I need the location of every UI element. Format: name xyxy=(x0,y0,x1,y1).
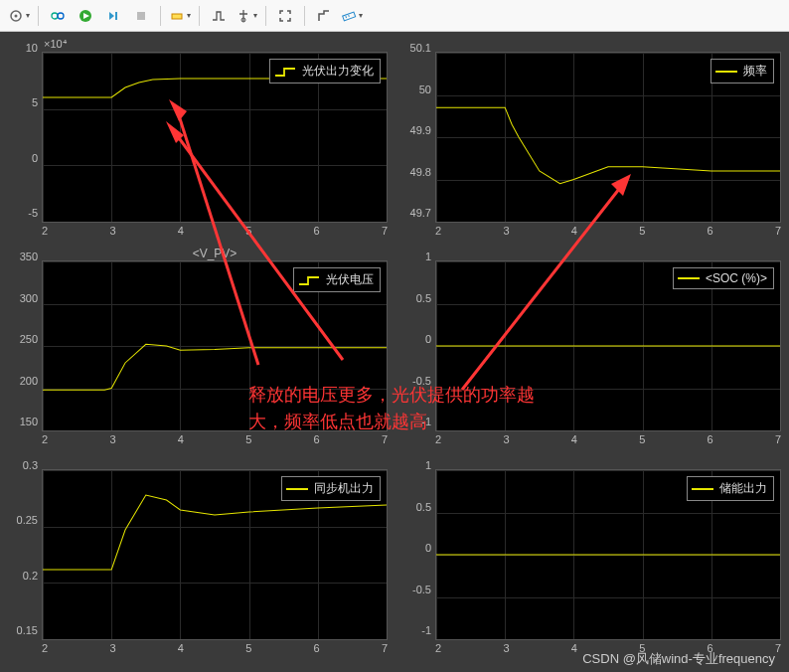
xtick: 7 xyxy=(382,225,388,237)
layout-icon[interactable] xyxy=(45,4,71,28)
xtick: 4 xyxy=(178,433,184,445)
xtick: 2 xyxy=(435,433,441,445)
xtick: 7 xyxy=(382,433,388,445)
plot-multiplier xyxy=(435,247,781,260)
ytick: 1 xyxy=(425,251,431,262)
legend-label: 储能出力 xyxy=(719,480,767,497)
svg-rect-8 xyxy=(137,12,145,20)
svg-line-13 xyxy=(349,15,350,17)
step-forward-icon[interactable] xyxy=(100,4,126,28)
ytick: -1 xyxy=(421,416,431,427)
line-icon xyxy=(286,488,308,490)
ytick: 0.5 xyxy=(416,292,431,304)
plot-multiplier: ×10⁴ xyxy=(42,38,388,52)
ytick: -0.5 xyxy=(412,375,431,387)
scope-area: 1050-5×10⁴光伏出力变化23456750.15049.949.849.7… xyxy=(0,32,789,672)
ytick: -5 xyxy=(28,207,38,219)
xtick: 2 xyxy=(42,225,48,237)
xtick: 4 xyxy=(571,433,577,445)
svg-rect-9 xyxy=(172,14,182,19)
ytick: 49.9 xyxy=(410,124,431,136)
ytick: 150 xyxy=(20,416,38,427)
ytick: 0.3 xyxy=(23,459,38,471)
highlight-icon[interactable]: ▾ xyxy=(167,4,193,28)
plot-area[interactable]: 光伏出力变化 xyxy=(42,52,388,223)
xtick: 5 xyxy=(245,642,251,654)
ytick: 350 xyxy=(20,251,38,262)
xtick: 3 xyxy=(109,225,115,237)
xtick: 3 xyxy=(109,642,115,654)
signal-icon[interactable] xyxy=(206,4,232,28)
ytick: 0 xyxy=(425,333,431,345)
plot-area[interactable]: <SOC (%)> xyxy=(435,260,781,431)
ytick: 5 xyxy=(32,96,38,108)
xtick: 5 xyxy=(245,433,251,445)
xtick: 3 xyxy=(109,433,115,445)
ytick: 10 xyxy=(26,42,38,54)
ytick: 0 xyxy=(425,542,431,554)
ytick: 49.8 xyxy=(410,166,431,178)
xtick: 4 xyxy=(571,642,577,654)
chart-soc: 10.50-0.5-1<SOC (%)>234567 xyxy=(401,247,781,445)
chart-vpv: 350300250200150<V_PV>光伏电压234567 xyxy=(8,247,388,445)
plot-multiplier xyxy=(435,38,781,52)
plot-multiplier xyxy=(42,455,388,469)
line-icon xyxy=(715,71,737,73)
xtick: 2 xyxy=(42,433,48,445)
xtick: 6 xyxy=(314,225,320,237)
ytick: 0 xyxy=(32,152,38,164)
ruler-icon[interactable]: ▾ xyxy=(339,4,365,28)
ytick: 0.25 xyxy=(17,514,38,526)
ytick: 300 xyxy=(20,292,38,304)
toolbar: ▾ ▾ ▾ ▾ xyxy=(0,0,789,32)
xtick: 6 xyxy=(314,642,320,654)
plot-title: <V_PV> xyxy=(42,247,388,260)
plot-area[interactable]: 频率 xyxy=(435,52,781,223)
legend: 储能出力 xyxy=(687,476,774,501)
ytick: 49.7 xyxy=(410,207,431,219)
xtick: 4 xyxy=(571,225,577,237)
line-icon xyxy=(678,277,700,279)
xtick: 6 xyxy=(708,225,713,237)
legend-label: 频率 xyxy=(743,63,767,80)
stop-icon[interactable] xyxy=(128,4,154,28)
ytick: 250 xyxy=(20,333,38,345)
ytick: 50 xyxy=(419,84,431,95)
plot-area[interactable]: 光伏电压 xyxy=(42,260,388,431)
ytick: 50.1 xyxy=(410,42,431,54)
xtick: 2 xyxy=(42,642,48,654)
run-icon[interactable] xyxy=(73,4,98,28)
ytick: -0.5 xyxy=(412,584,431,595)
xtick: 5 xyxy=(639,225,645,237)
legend-label: 光伏电压 xyxy=(326,271,374,288)
chart-freq: 50.15049.949.849.7频率234567 xyxy=(401,38,781,237)
ytick: 0.15 xyxy=(17,624,38,636)
svg-point-3 xyxy=(58,13,64,19)
plot-area[interactable]: 同步机出力 xyxy=(42,469,388,640)
legend-label: 同步机出力 xyxy=(314,480,374,497)
chart-pv-power: 1050-5×10⁴光伏出力变化234567 xyxy=(8,38,388,237)
xtick: 7 xyxy=(775,225,781,237)
legend: 光伏出力变化 xyxy=(269,59,381,84)
xtick: 7 xyxy=(775,642,781,654)
step-icon xyxy=(274,66,296,78)
plot-area[interactable]: 储能出力 xyxy=(435,469,781,640)
legend: 频率 xyxy=(710,59,774,84)
fullscreen-icon[interactable] xyxy=(272,4,298,28)
ytick: 0.5 xyxy=(416,501,431,513)
legend: 同步机出力 xyxy=(281,476,381,501)
cursor-icon[interactable]: ▾ xyxy=(234,4,259,28)
ytick: -1 xyxy=(421,624,431,636)
xtick: 4 xyxy=(178,225,184,237)
xtick: 3 xyxy=(503,433,509,445)
chart-sync: 0.30.250.20.15同步机出力234567 xyxy=(8,455,388,654)
xtick: 3 xyxy=(503,225,509,237)
plot-multiplier xyxy=(435,455,781,469)
chart-ess: 10.50-0.5-1储能出力234567 xyxy=(401,455,781,654)
xtick: 6 xyxy=(708,433,713,445)
xtick: 7 xyxy=(775,433,781,445)
svg-marker-6 xyxy=(109,12,114,20)
settings-icon[interactable]: ▾ xyxy=(6,4,32,28)
xtick: 6 xyxy=(314,433,320,445)
trigger-icon[interactable] xyxy=(311,4,337,28)
